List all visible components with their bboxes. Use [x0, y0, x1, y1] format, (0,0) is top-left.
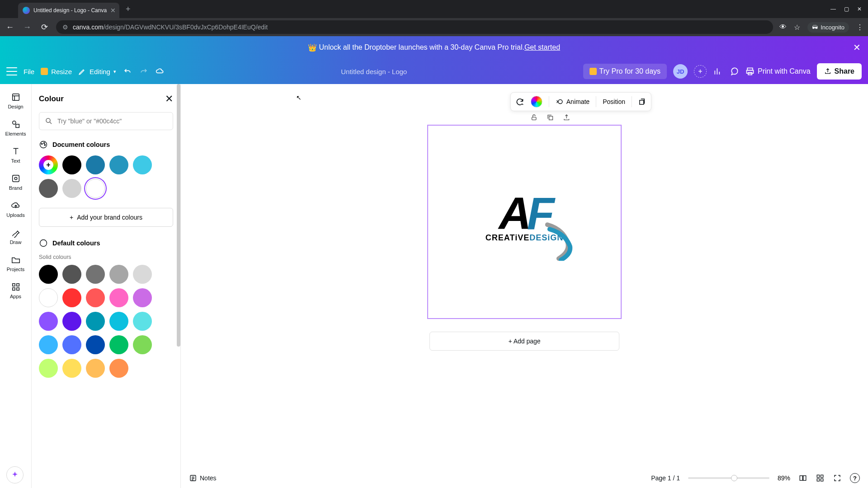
colour-picker-button[interactable]	[531, 96, 542, 108]
colour-swatch[interactable]	[109, 155, 128, 174]
colour-swatch[interactable]	[62, 179, 81, 198]
colour-swatch[interactable]	[62, 265, 81, 284]
add-collaborator-button[interactable]: +	[694, 65, 707, 78]
eye-off-icon[interactable]: 👁	[779, 23, 787, 31]
back-icon[interactable]: ←	[5, 23, 15, 32]
nav-text[interactable]: Text	[0, 142, 31, 168]
colour-swatch[interactable]	[86, 155, 105, 174]
cloud-sync-icon[interactable]	[155, 66, 165, 76]
nav-brand[interactable]: Brand	[0, 169, 31, 195]
resize-button[interactable]: Resize	[41, 68, 72, 75]
file-menu[interactable]: File	[24, 68, 34, 75]
incognito-badge[interactable]: 🕶 Incognito	[807, 22, 849, 33]
colour-swatch[interactable]	[86, 288, 105, 307]
share-button[interactable]: Share	[817, 63, 862, 80]
help-icon[interactable]: ?	[850, 473, 860, 483]
grid-view-icon[interactable]	[816, 474, 825, 483]
regenerate-button[interactable]	[515, 97, 524, 106]
try-pro-button[interactable]: Try Pro for 30 days	[583, 64, 667, 79]
colour-swatch[interactable]	[39, 179, 58, 198]
document-title-input[interactable]	[171, 68, 577, 75]
kebab-menu-icon[interactable]: ⋮	[856, 23, 863, 32]
colour-swatch[interactable]	[109, 335, 128, 354]
add-brand-colours-button[interactable]: + Add your brand colours	[39, 208, 173, 227]
position-button[interactable]: Position	[603, 98, 625, 105]
svg-point-18	[558, 100, 562, 104]
undo-button[interactable]	[123, 66, 132, 76]
site-info-icon[interactable]: ⚙	[62, 23, 68, 31]
comment-icon[interactable]	[729, 66, 739, 76]
nav-elements[interactable]: Elements	[0, 115, 31, 141]
bookmark-star-icon[interactable]: ☆	[794, 23, 800, 32]
canvas-page[interactable]: AF CREATiVEDESiGN	[427, 125, 622, 319]
zoom-slider[interactable]	[688, 477, 769, 479]
logo-element[interactable]: AF CREATiVEDESiGN	[486, 195, 563, 243]
colour-swatch[interactable]	[86, 312, 105, 331]
close-tab-icon[interactable]: ✕	[110, 7, 116, 14]
close-window-icon[interactable]: ✕	[857, 6, 862, 12]
colour-swatch[interactable]	[133, 312, 152, 331]
new-tab-button[interactable]: +	[126, 5, 131, 14]
colour-swatch[interactable]	[39, 359, 58, 378]
analytics-icon[interactable]	[713, 66, 723, 76]
nav-apps[interactable]: Apps	[0, 277, 31, 304]
notes-button[interactable]: Notes	[189, 474, 217, 482]
colour-swatch[interactable]	[133, 335, 152, 354]
editing-mode-dropdown[interactable]: Editing ▾	[78, 67, 116, 75]
colour-swatch[interactable]	[133, 155, 152, 174]
colour-swatch[interactable]	[109, 312, 128, 331]
address-bar[interactable]: ⚙ canva.com/design/DAGVwdNCKVU/3sBF0dvJx…	[56, 20, 773, 34]
reload-icon[interactable]: ⟳	[39, 22, 50, 32]
colour-swatch[interactable]	[39, 288, 58, 307]
zoom-percent[interactable]: 89%	[778, 474, 790, 482]
colour-swatch[interactable]	[109, 265, 128, 284]
close-panel-icon[interactable]: ✕	[165, 93, 173, 105]
nav-design[interactable]: Design	[0, 88, 31, 114]
colour-swatch[interactable]	[39, 312, 58, 331]
upload-page-icon[interactable]	[563, 114, 570, 123]
magic-button[interactable]	[6, 466, 24, 483]
svg-point-12	[46, 118, 50, 122]
colour-swatch[interactable]	[86, 359, 105, 378]
colour-swatch[interactable]	[86, 335, 105, 354]
nav-draw[interactable]: Draw	[0, 223, 31, 249]
banner-close-icon[interactable]: ✕	[853, 42, 861, 53]
colour-swatch[interactable]	[86, 265, 105, 284]
colour-swatch[interactable]	[62, 335, 81, 354]
colour-swatch[interactable]	[133, 288, 152, 307]
forward-icon[interactable]: →	[22, 23, 33, 32]
colour-swatch[interactable]	[133, 265, 152, 284]
page-view-icon[interactable]	[798, 474, 807, 483]
add-page-button[interactable]: + Add page	[429, 332, 619, 351]
colour-swatch[interactable]	[62, 288, 81, 307]
colour-swatch[interactable]	[62, 155, 81, 174]
add-colour-swatch[interactable]	[39, 155, 58, 174]
zoom-thumb[interactable]	[731, 475, 737, 481]
maximize-icon[interactable]: ▢	[844, 6, 849, 12]
panel-scrollbar[interactable]	[177, 84, 180, 347]
duplicate-page-icon[interactable]	[547, 114, 554, 123]
fullscreen-icon[interactable]	[833, 474, 842, 483]
page-indicator[interactable]: Page 1 / 1	[651, 474, 680, 482]
layers-button[interactable]	[638, 98, 646, 106]
colour-swatch[interactable]	[109, 288, 128, 307]
minimize-icon[interactable]: —	[830, 6, 836, 12]
redo-button[interactable]	[139, 66, 149, 76]
colour-swatch[interactable]	[86, 179, 105, 198]
colour-search-input[interactable]	[57, 117, 167, 125]
nav-uploads[interactable]: Uploads	[0, 196, 31, 222]
animate-button[interactable]: Animate	[556, 98, 590, 106]
avatar[interactable]: JD	[673, 64, 688, 79]
colour-search[interactable]	[39, 112, 173, 130]
banner-cta-link[interactable]: Get started	[524, 43, 560, 52]
colour-swatch[interactable]	[62, 359, 81, 378]
colour-swatch[interactable]	[39, 265, 58, 284]
browser-tab[interactable]: Untitled design - Logo - Canva ✕	[18, 3, 119, 18]
nav-projects[interactable]: Projects	[0, 250, 31, 277]
print-with-canva-button[interactable]: Print with Canva	[745, 67, 811, 76]
menu-icon[interactable]	[6, 67, 17, 75]
colour-swatch[interactable]	[109, 359, 128, 378]
colour-swatch[interactable]	[39, 335, 58, 354]
colour-swatch[interactable]	[62, 312, 81, 331]
lock-icon[interactable]	[530, 114, 538, 123]
